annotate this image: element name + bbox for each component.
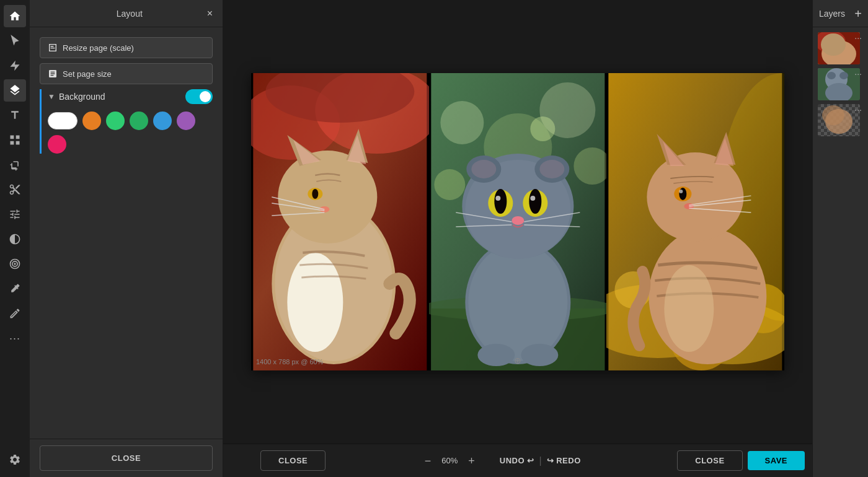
svg-point-44: [512, 216, 524, 225]
color-swatch-light-green[interactable]: [106, 112, 125, 130]
color-swatch-blue[interactable]: [153, 112, 172, 130]
canvas-status: 1400 x 788 px @ 60%: [256, 358, 323, 365]
layers-header: Layers +: [813, 0, 868, 27]
cat3-svg: [606, 73, 784, 370]
svg-point-83: [822, 105, 844, 125]
lightning-icon[interactable]: [4, 55, 26, 77]
svg-point-80: [839, 72, 848, 79]
layer-more-button-2[interactable]: ···: [854, 69, 862, 78]
scissors-icon[interactable]: [4, 178, 26, 201]
layer-more-button-3[interactable]: ···: [854, 105, 862, 114]
bottom-left: CLOSE: [231, 450, 326, 471]
layer-more-button-1[interactable]: ···: [854, 33, 862, 42]
undo-arrow-icon: ↩: [527, 456, 534, 465]
set-size-icon: [48, 69, 58, 79]
layer-thumb-cat2-svg: [818, 68, 860, 100]
chevron-down-icon: ▼: [48, 92, 55, 101]
resize-icon: [48, 43, 58, 53]
canvas-images: [251, 73, 784, 370]
svg-point-50: [521, 344, 558, 366]
crop-icon[interactable]: [4, 154, 26, 176]
background-section-wrapper: ▼ Background: [40, 89, 213, 154]
color-swatch-pink[interactable]: [48, 135, 66, 154]
background-label: Background: [59, 92, 182, 102]
left-toolbar: ···: [0, 0, 30, 477]
bottom-right: CLOSE SAVE: [677, 450, 805, 471]
svg-point-67: [680, 190, 683, 193]
svg-point-37: [539, 160, 564, 178]
layers-list: ··· ···: [813, 27, 868, 477]
svg-point-22: [440, 101, 484, 144]
layer-thumb-2: [818, 68, 860, 100]
color-swatches: [48, 112, 213, 154]
undo-redo-controls: UNDO ↩ | ↪ REDO: [500, 455, 581, 466]
svg-point-60: [647, 152, 744, 242]
zoom-out-button[interactable]: −: [422, 454, 434, 468]
panel-title: Layout: [52, 9, 207, 19]
panel-close-button[interactable]: ×: [207, 8, 213, 19]
layout-panel: Layout × Resize page (scale) Set page si…: [30, 0, 223, 477]
background-header: ▼ Background: [48, 89, 213, 104]
cat-image-1: [251, 73, 429, 370]
pen-icon[interactable]: [4, 302, 26, 325]
settings-icon[interactable]: [4, 449, 26, 471]
panel-header: Layout ×: [30, 0, 223, 27]
background-section: ▼ Background: [40, 89, 213, 154]
svg-point-42: [495, 196, 500, 201]
panel-close-bottom-button[interactable]: CLOSE: [40, 445, 213, 471]
layers-panel: Layers + ···: [812, 0, 868, 477]
set-page-size-button[interactable]: Set page size: [40, 63, 213, 84]
layers-title: Layers: [819, 9, 845, 19]
bottom-close-left-button[interactable]: CLOSE: [260, 450, 326, 471]
more-icon[interactable]: ···: [4, 327, 26, 349]
color-swatch-orange[interactable]: [82, 112, 101, 130]
svg-point-49: [477, 344, 515, 366]
svg-point-9: [287, 253, 343, 352]
layer-thumb-1: [818, 32, 860, 64]
color-swatch-green[interactable]: [130, 112, 148, 130]
panel-body: Resize page (scale) Set page size ▼ Back…: [30, 27, 223, 439]
svg-point-39: [494, 189, 507, 214]
layers-icon[interactable]: [4, 79, 26, 102]
layer-thumb-3: [818, 104, 860, 136]
home-icon[interactable]: [4, 5, 26, 27]
svg-point-27: [530, 116, 555, 141]
svg-point-25: [434, 169, 465, 200]
svg-point-31: [468, 243, 567, 361]
undo-button[interactable]: UNDO ↩: [500, 456, 534, 465]
layer-item-2[interactable]: ···: [818, 68, 863, 100]
zoom-center-icon: ⊕: [514, 356, 521, 365]
layer-item-3[interactable]: ···: [818, 104, 863, 136]
bottom-center: − 60% + UNDO ↩ | ↪ REDO: [422, 454, 581, 468]
cursor-icon[interactable]: [4, 30, 26, 52]
canvas-container: 1400 x 788 px @ 60% ⊕: [223, 0, 812, 444]
svg-point-75: [821, 33, 846, 56]
color-swatch-purple[interactable]: [177, 112, 195, 130]
canvas-board: 1400 x 788 px @ 60% ⊕: [251, 73, 784, 370]
layer-thumb-cat1-svg: [818, 32, 860, 64]
grid-icon[interactable]: [4, 129, 26, 151]
resize-page-button[interactable]: Resize page (scale): [40, 37, 213, 58]
color-swatch-white[interactable]: [48, 112, 78, 129]
background-toggle[interactable]: [185, 89, 213, 104]
svg-point-41: [529, 189, 541, 214]
bottom-close-right-button[interactable]: CLOSE: [677, 450, 742, 471]
svg-point-43: [530, 196, 535, 201]
svg-point-2: [14, 263, 16, 265]
circle-adjust-icon[interactable]: [4, 228, 26, 250]
dropper-icon[interactable]: [4, 278, 26, 300]
save-button[interactable]: SAVE: [748, 451, 805, 470]
spiral-icon[interactable]: [4, 253, 26, 275]
redo-button[interactable]: ↪ REDO: [547, 456, 581, 465]
add-layer-button[interactable]: +: [854, 7, 862, 20]
adjust-icon[interactable]: [4, 203, 26, 225]
svg-point-16: [312, 189, 318, 199]
layer-item-1[interactable]: ···: [818, 32, 863, 64]
svg-point-35: [471, 160, 496, 178]
cat1-svg: [251, 73, 429, 370]
cat2-svg: [429, 73, 607, 370]
layer-thumb-checkered-svg: [818, 104, 860, 136]
text-icon[interactable]: [4, 104, 26, 126]
zoom-in-button[interactable]: +: [466, 454, 477, 468]
cat-image-2: [429, 73, 607, 370]
